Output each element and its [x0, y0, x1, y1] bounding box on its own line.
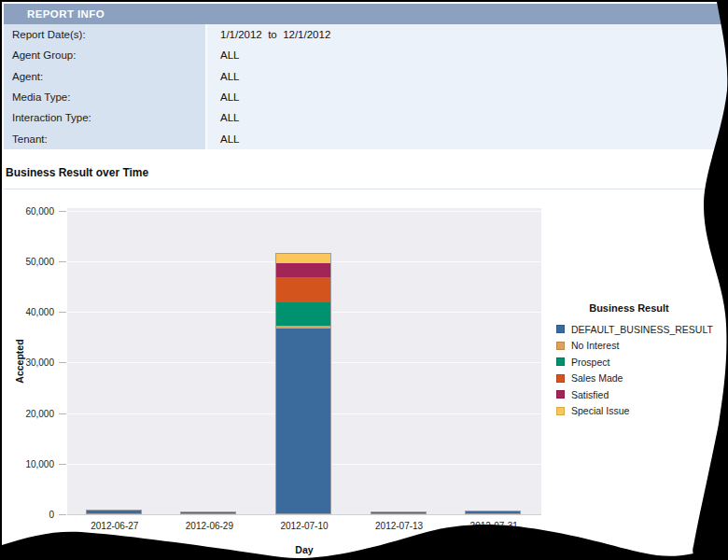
- section-divider: [4, 189, 728, 189]
- x-tick-label: 2012-07-10: [257, 521, 352, 531]
- bar-segment: [466, 511, 520, 513]
- x-axis-title: Day: [67, 544, 541, 555]
- report-info-row: Interaction Type:ALL: [4, 107, 728, 128]
- legend-item: DEFAULT_BUSINESS_RESULT: [556, 321, 721, 338]
- report-info-value: ALL: [205, 107, 728, 128]
- plot-area: [67, 208, 541, 514]
- bar-segment: [276, 302, 330, 326]
- bar-segment: [276, 277, 330, 302]
- legend-swatch: [556, 390, 565, 399]
- legend-swatch: [556, 374, 565, 383]
- y-tick-label: 10,000: [2, 459, 54, 469]
- legend-item: No Interest: [556, 338, 721, 355]
- gridline: [67, 514, 541, 515]
- bar-segment: [276, 254, 330, 263]
- y-tick-mark: [59, 261, 66, 262]
- legend-swatch: [556, 342, 565, 350]
- legend-title: Business Result: [556, 302, 702, 314]
- report-info-rows: Report Date(s):1/1/2012 to 12/1/2012Agen…: [4, 24, 728, 149]
- legend-item: Satisfied: [556, 386, 721, 403]
- y-tick-mark: [59, 211, 66, 212]
- y-tick-label: 0: [2, 510, 54, 520]
- report-info-value: 1/1/2012 to 12/1/2012: [205, 24, 728, 45]
- y-tick-label: 50,000: [2, 257, 54, 267]
- bar: [465, 511, 521, 514]
- report-info-row: Media Type:ALL: [4, 87, 728, 107]
- legend-item-label: Satisfied: [571, 389, 609, 400]
- report-info-label: Agent:: [4, 66, 205, 87]
- x-tick-label: 2012-07-31: [446, 521, 541, 531]
- y-tick-mark: [59, 413, 66, 414]
- legend-item-label: Prospect: [571, 357, 609, 368]
- legend-swatch: [556, 407, 565, 415]
- legend-item-label: Sales Made: [571, 372, 623, 384]
- y-tick-mark: [59, 464, 66, 465]
- gridline: [67, 211, 541, 212]
- report-info-label: Report Date(s):: [4, 24, 205, 45]
- y-tick-mark: [59, 312, 66, 313]
- y-tick-label: 60,000: [2, 206, 54, 217]
- legend-items: DEFAULT_BUSINESS_RESULTNo InterestProspe…: [556, 321, 721, 419]
- report-page: REPORT INFO Report Date(s):1/1/2012 to 1…: [0, 0, 728, 560]
- legend-swatch: [556, 325, 565, 333]
- report-info-row: Agent Group:ALL: [4, 45, 728, 65]
- report-info-label: Tenant:: [4, 129, 205, 149]
- y-tick-label: 40,000: [2, 307, 54, 317]
- bar-segment: [87, 511, 141, 513]
- report-info-label: Media Type:: [4, 87, 205, 107]
- bar-segment: [371, 512, 426, 513]
- legend-item: Special Issue: [556, 403, 721, 420]
- legend: Business Result DEFAULT_BUSINESS_RESULTN…: [556, 302, 721, 419]
- legend-swatch: [556, 357, 565, 366]
- y-tick-mark: [59, 514, 66, 515]
- section-title: Business Result over Time: [6, 166, 148, 179]
- bar: [371, 511, 427, 514]
- report-info-value: ALL: [205, 66, 728, 87]
- bar-segment: [276, 263, 330, 277]
- x-tick-label: 2012-06-29: [162, 521, 258, 531]
- report-info-label: Interaction Type:: [4, 107, 205, 128]
- report-info-row: Tenant:ALL: [4, 129, 728, 149]
- legend-item-label: DEFAULT_BUSINESS_RESULT: [571, 324, 713, 335]
- bar-segment: [181, 512, 235, 513]
- bar: [275, 253, 331, 514]
- y-tick-label: 30,000: [2, 357, 54, 368]
- report-info-value: ALL: [205, 45, 728, 65]
- report-info-row: Agent:ALL: [4, 66, 728, 87]
- report-info-header: REPORT INFO: [4, 4, 728, 24]
- y-tick-mark: [59, 362, 66, 363]
- legend-item-label: No Interest: [571, 340, 619, 351]
- legend-item: Sales Made: [556, 371, 721, 387]
- x-tick-label: 2012-06-27: [67, 521, 162, 531]
- bar: [86, 510, 142, 514]
- bar-segment: [276, 329, 330, 513]
- report-info-value: ALL: [205, 129, 728, 149]
- x-tick-label: 2012-07-13: [352, 521, 447, 531]
- y-tick-label: 20,000: [2, 409, 54, 419]
- report-info-value: ALL: [205, 87, 728, 107]
- legend-item: Prospect: [556, 354, 721, 371]
- report-info-title: REPORT INFO: [4, 8, 105, 20]
- bar: [180, 511, 236, 514]
- report-info-row: Report Date(s):1/1/2012 to 12/1/2012: [4, 24, 728, 45]
- legend-item-label: Special Issue: [571, 405, 629, 416]
- report-info-label: Agent Group:: [4, 45, 205, 65]
